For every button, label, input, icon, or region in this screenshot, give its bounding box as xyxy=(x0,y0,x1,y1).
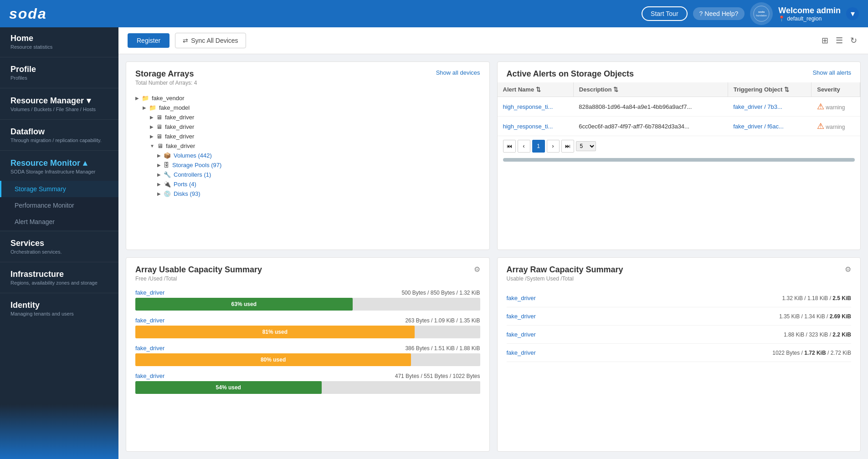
raw-cap-values-3: 1.88 KiB / 323 KiB / 2.2 KiB xyxy=(784,332,851,338)
show-all-alerts-link[interactable]: Show all alerts xyxy=(812,69,851,76)
svg-point-0 xyxy=(754,6,769,21)
storage-arrays-total: Total Number of Arrays: 4 xyxy=(135,80,197,86)
alert-name-link-1[interactable]: high_response_ti... xyxy=(503,103,553,110)
tree-driver-3[interactable]: ▶ 🖥 fake_driver xyxy=(150,132,480,141)
raw-cap-driver-1[interactable]: fake_driver xyxy=(507,295,536,301)
sidebar-wave-decoration xyxy=(0,404,118,459)
usable-capacity-header: Array Usable Capacity Summary Free /Used… xyxy=(126,258,489,286)
sidebar-item-resource-manager[interactable]: Resource Manager Volumes / Buckets / Fil… xyxy=(0,89,118,118)
last-page-button[interactable]: ⏭ xyxy=(561,140,574,153)
tree-controllers[interactable]: ▶ 🔧 Controllers (1) xyxy=(157,170,480,179)
controllers-link[interactable]: Controllers (1) xyxy=(174,171,211,178)
sidebar-resource-monitor-subtitle: SODA Storage Infrastructure Manager xyxy=(10,169,109,174)
sync-all-devices-button[interactable]: ⇄ Sync All Devices xyxy=(175,33,246,48)
pools-link[interactable]: Storage Pools (97) xyxy=(172,162,221,168)
capacity-bar-1: 63% used xyxy=(135,298,353,311)
disks-link[interactable]: Disks (93) xyxy=(174,190,200,197)
capacity-driver-1[interactable]: fake_driver xyxy=(135,289,164,296)
sidebar-item-services[interactable]: Services Orchestration services. xyxy=(0,232,118,261)
main-content: Register ⇄ Sync All Devices ⊞ ☰ ↻ Storag… xyxy=(118,27,868,459)
tree-driver-1[interactable]: ▶ 🖥 fake_driver xyxy=(150,112,480,122)
tree-model[interactable]: ▶ 📁 fake_model xyxy=(143,103,480,112)
driver1-label: fake_driver xyxy=(165,114,194,121)
driver3-label: fake_driver xyxy=(165,133,194,140)
server-icon-1: 🖥 xyxy=(156,114,162,121)
need-help-label: Need Help? xyxy=(704,10,738,17)
tree-driver-4[interactable]: ▼ 🖥 fake_driver xyxy=(150,141,480,151)
per-page-select[interactable]: 5 10 20 xyxy=(576,141,596,151)
sidebar-infrastructure-subtitle: Regions, availability zones and storage xyxy=(10,280,109,286)
raw-capacity-settings-icon[interactable]: ⚙ xyxy=(845,265,851,274)
resource-monitor-submenu: Storage Summary Performance Monitor Aler… xyxy=(0,181,118,230)
table-row: high_response_ti... 828a8808-1d96-4a84-a… xyxy=(498,97,860,117)
alert-trigger-link-1[interactable]: fake_driver / 7b3... xyxy=(733,103,782,110)
ports-arrow: ▶ xyxy=(157,182,161,187)
capacity-item-1-header: fake_driver 500 Bytes / 850 Bytes / 1.32… xyxy=(135,289,480,296)
capacity-item-2: fake_driver 263 Bytes / 1.09 KiB / 1.35 … xyxy=(135,317,480,338)
usable-capacity-settings-icon[interactable]: ⚙ xyxy=(474,265,480,274)
sidebar-identity-title: Identity xyxy=(10,301,109,310)
vendor-arrow: ▶ xyxy=(135,96,139,101)
list-view-icon[interactable]: ☰ xyxy=(834,34,845,47)
raw-cap-driver-2[interactable]: fake_driver xyxy=(507,313,536,320)
content-grid: Storage Arrays Total Number of Arrays: 4… xyxy=(118,54,868,459)
sidebar-sub-alert-manager[interactable]: Alert Manager xyxy=(0,214,118,230)
need-help-button[interactable]: ? Need Help? xyxy=(693,7,745,20)
grid-view-icon[interactable]: ⊞ xyxy=(820,34,830,47)
show-all-devices-link[interactable]: Show all devices xyxy=(436,69,480,76)
storage-summary-label: Storage Summary xyxy=(15,185,66,193)
sidebar-resource-manager-subtitle: Volumes / Buckets / File Share / Hosts xyxy=(10,107,109,112)
sidebar-divider-7 xyxy=(0,293,118,293)
tree-driver-2[interactable]: ▶ 🖥 fake_driver xyxy=(150,122,480,132)
sidebar-sub-performance-monitor[interactable]: Performance Monitor xyxy=(0,197,118,214)
page-1-button[interactable]: 1 xyxy=(532,140,545,153)
alert-desc-2: 6cc0ec6f-ad87-4f97-aff7-6b78842d3a34... xyxy=(573,117,728,136)
usable-capacity-body: fake_driver 500 Bytes / 850 Bytes / 1.32… xyxy=(126,286,489,408)
alert-trigger-link-2[interactable]: fake_driver / f6ac... xyxy=(733,123,784,130)
col-severity: Severity xyxy=(812,82,860,97)
sidebar-sub-storage-summary[interactable]: Storage Summary xyxy=(0,181,118,197)
sidebar-item-dataflow[interactable]: Dataflow Through migration / replication… xyxy=(0,121,118,149)
tree-ports[interactable]: ▶ 🔌 Ports (4) xyxy=(157,179,480,189)
sidebar-infrastructure-title: Infrastructure xyxy=(10,270,109,279)
col-alert-name: Alert Name ⇅ xyxy=(498,82,574,97)
capacity-driver-4[interactable]: fake_driver xyxy=(135,372,164,379)
tree-model-children: ▶ 🖥 fake_driver ▶ 🖥 fake_driver xyxy=(143,112,480,199)
next-page-button[interactable]: › xyxy=(547,140,560,153)
tree-storage-pools[interactable]: ▶ 🗄 Storage Pools (97) xyxy=(157,160,480,170)
alert-name-2: high_response_ti... xyxy=(498,117,574,136)
volumes-arrow: ▶ xyxy=(157,153,161,158)
model-arrow: ▶ xyxy=(143,105,146,110)
sidebar-item-infrastructure[interactable]: Infrastructure Regions, availability zon… xyxy=(0,263,118,292)
tree-disks[interactable]: ▶ 💿 Disks (93) xyxy=(157,189,480,199)
sidebar-dataflow-subtitle: Through migration / replication capabili… xyxy=(10,138,109,143)
user-dropdown-button[interactable]: ▾ xyxy=(846,7,859,20)
tree-volumes[interactable]: ▶ 📦 Volumes (442) xyxy=(157,151,480,160)
ports-link[interactable]: Ports (4) xyxy=(174,181,196,188)
sidebar-profile-title: Profile xyxy=(10,65,109,74)
start-tour-button[interactable]: Start Tour xyxy=(642,6,687,21)
register-button[interactable]: Register xyxy=(128,33,169,48)
capacity-driver-3[interactable]: fake_driver xyxy=(135,345,164,352)
capacity-driver-2[interactable]: fake_driver xyxy=(135,317,164,324)
raw-cap-driver-4[interactable]: fake_driver xyxy=(507,349,536,356)
raw-cap-driver-3[interactable]: fake_driver xyxy=(507,331,536,338)
first-page-button[interactable]: ⏮ xyxy=(503,140,516,153)
sidebar-item-identity[interactable]: Identity Managing tenants and users xyxy=(0,294,118,323)
raw-capacity-body: fake_driver 1.32 KiB / 1.18 KiB / 2.5 Ki… xyxy=(498,286,861,369)
alert-severity-1: ⚠ warning xyxy=(812,97,860,117)
sidebar-item-resource-monitor[interactable]: Resource Monitor SODA Storage Infrastruc… xyxy=(0,152,118,181)
sync-icon: ⇄ xyxy=(183,37,188,44)
raw-cap-item-2: fake_driver 1.35 KiB / 1.34 KiB / 2.69 K… xyxy=(507,307,852,326)
prev-page-button[interactable]: ‹ xyxy=(518,140,530,153)
sidebar-item-home[interactable]: Home Resource statistics xyxy=(0,27,118,56)
tree-vendor[interactable]: ▶ 📁 fake_vendor xyxy=(135,93,480,103)
driver1-arrow: ▶ xyxy=(150,115,154,120)
alert-manager-label: Alert Manager xyxy=(15,218,55,225)
sidebar-item-profile[interactable]: Profile Profiles xyxy=(0,58,118,87)
volumes-icon: 📦 xyxy=(164,152,171,159)
refresh-icon[interactable]: ↻ xyxy=(848,34,859,47)
alert-name-link-2[interactable]: high_response_ti... xyxy=(503,123,553,130)
disks-icon: 💿 xyxy=(164,190,171,197)
volumes-link[interactable]: Volumes (442) xyxy=(174,152,212,159)
